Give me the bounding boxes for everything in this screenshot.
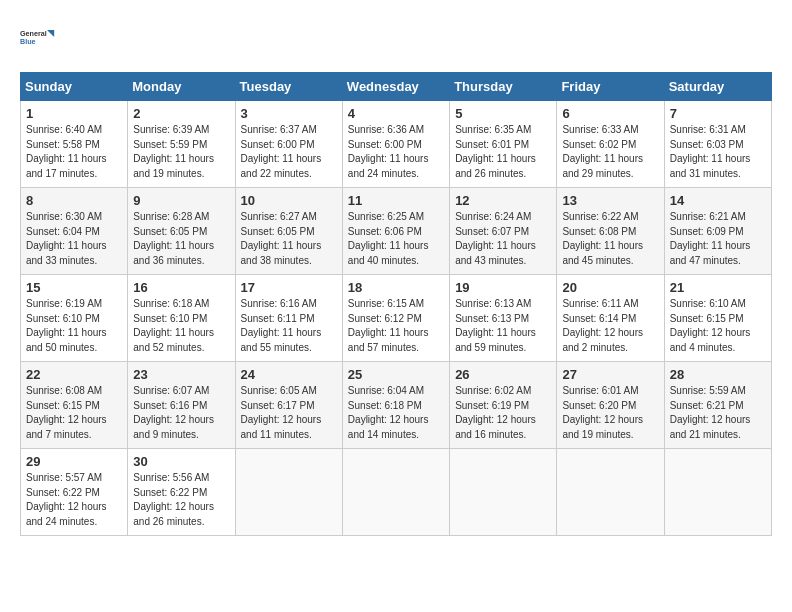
day-number: 10 bbox=[241, 193, 337, 208]
day-info: Sunrise: 6:21 AMSunset: 6:09 PMDaylight:… bbox=[670, 210, 766, 268]
day-number: 26 bbox=[455, 367, 551, 382]
day-number: 29 bbox=[26, 454, 122, 469]
calendar-day-cell: 15Sunrise: 6:19 AMSunset: 6:10 PMDayligh… bbox=[21, 275, 128, 362]
day-number: 21 bbox=[670, 280, 766, 295]
day-info: Sunrise: 6:08 AMSunset: 6:15 PMDaylight:… bbox=[26, 384, 122, 442]
day-number: 20 bbox=[562, 280, 658, 295]
calendar-day-cell: 8Sunrise: 6:30 AMSunset: 6:04 PMDaylight… bbox=[21, 188, 128, 275]
day-info: Sunrise: 6:18 AMSunset: 6:10 PMDaylight:… bbox=[133, 297, 229, 355]
calendar-day-cell bbox=[664, 449, 771, 536]
calendar-day-cell: 23Sunrise: 6:07 AMSunset: 6:16 PMDayligh… bbox=[128, 362, 235, 449]
calendar-week-row: 29Sunrise: 5:57 AMSunset: 6:22 PMDayligh… bbox=[21, 449, 772, 536]
day-info: Sunrise: 6:16 AMSunset: 6:11 PMDaylight:… bbox=[241, 297, 337, 355]
day-info: Sunrise: 6:35 AMSunset: 6:01 PMDaylight:… bbox=[455, 123, 551, 181]
day-number: 25 bbox=[348, 367, 444, 382]
calendar-day-cell: 22Sunrise: 6:08 AMSunset: 6:15 PMDayligh… bbox=[21, 362, 128, 449]
day-number: 9 bbox=[133, 193, 229, 208]
weekday-header: Wednesday bbox=[342, 73, 449, 101]
weekday-header: Tuesday bbox=[235, 73, 342, 101]
day-info: Sunrise: 6:01 AMSunset: 6:20 PMDaylight:… bbox=[562, 384, 658, 442]
day-number: 11 bbox=[348, 193, 444, 208]
calendar-day-cell: 19Sunrise: 6:13 AMSunset: 6:13 PMDayligh… bbox=[450, 275, 557, 362]
svg-text:General: General bbox=[20, 29, 47, 38]
day-number: 27 bbox=[562, 367, 658, 382]
calendar-day-cell: 4Sunrise: 6:36 AMSunset: 6:00 PMDaylight… bbox=[342, 101, 449, 188]
calendar-day-cell: 21Sunrise: 6:10 AMSunset: 6:15 PMDayligh… bbox=[664, 275, 771, 362]
svg-text:Blue: Blue bbox=[20, 37, 36, 46]
calendar-day-cell: 5Sunrise: 6:35 AMSunset: 6:01 PMDaylight… bbox=[450, 101, 557, 188]
calendar-header: SundayMondayTuesdayWednesdayThursdayFrid… bbox=[21, 73, 772, 101]
day-number: 23 bbox=[133, 367, 229, 382]
calendar-day-cell: 13Sunrise: 6:22 AMSunset: 6:08 PMDayligh… bbox=[557, 188, 664, 275]
day-info: Sunrise: 6:05 AMSunset: 6:17 PMDaylight:… bbox=[241, 384, 337, 442]
calendar-day-cell: 3Sunrise: 6:37 AMSunset: 6:00 PMDaylight… bbox=[235, 101, 342, 188]
calendar-day-cell bbox=[450, 449, 557, 536]
calendar-day-cell: 12Sunrise: 6:24 AMSunset: 6:07 PMDayligh… bbox=[450, 188, 557, 275]
weekday-header: Sunday bbox=[21, 73, 128, 101]
day-number: 3 bbox=[241, 106, 337, 121]
day-number: 28 bbox=[670, 367, 766, 382]
day-info: Sunrise: 6:37 AMSunset: 6:00 PMDaylight:… bbox=[241, 123, 337, 181]
day-number: 7 bbox=[670, 106, 766, 121]
calendar-week-row: 15Sunrise: 6:19 AMSunset: 6:10 PMDayligh… bbox=[21, 275, 772, 362]
calendar-week-row: 1Sunrise: 6:40 AMSunset: 5:58 PMDaylight… bbox=[21, 101, 772, 188]
weekday-header: Saturday bbox=[664, 73, 771, 101]
day-info: Sunrise: 6:27 AMSunset: 6:05 PMDaylight:… bbox=[241, 210, 337, 268]
calendar-day-cell: 20Sunrise: 6:11 AMSunset: 6:14 PMDayligh… bbox=[557, 275, 664, 362]
calendar-day-cell: 26Sunrise: 6:02 AMSunset: 6:19 PMDayligh… bbox=[450, 362, 557, 449]
day-info: Sunrise: 6:39 AMSunset: 5:59 PMDaylight:… bbox=[133, 123, 229, 181]
day-number: 12 bbox=[455, 193, 551, 208]
day-info: Sunrise: 5:56 AMSunset: 6:22 PMDaylight:… bbox=[133, 471, 229, 529]
day-number: 15 bbox=[26, 280, 122, 295]
logo: GeneralBlue bbox=[20, 20, 56, 56]
day-info: Sunrise: 6:25 AMSunset: 6:06 PMDaylight:… bbox=[348, 210, 444, 268]
weekday-header-row: SundayMondayTuesdayWednesdayThursdayFrid… bbox=[21, 73, 772, 101]
calendar-day-cell: 17Sunrise: 6:16 AMSunset: 6:11 PMDayligh… bbox=[235, 275, 342, 362]
calendar-table: SundayMondayTuesdayWednesdayThursdayFrid… bbox=[20, 72, 772, 536]
calendar-day-cell: 10Sunrise: 6:27 AMSunset: 6:05 PMDayligh… bbox=[235, 188, 342, 275]
calendar-day-cell: 6Sunrise: 6:33 AMSunset: 6:02 PMDaylight… bbox=[557, 101, 664, 188]
calendar-week-row: 22Sunrise: 6:08 AMSunset: 6:15 PMDayligh… bbox=[21, 362, 772, 449]
day-info: Sunrise: 6:24 AMSunset: 6:07 PMDaylight:… bbox=[455, 210, 551, 268]
calendar-day-cell bbox=[342, 449, 449, 536]
day-number: 1 bbox=[26, 106, 122, 121]
calendar-day-cell: 24Sunrise: 6:05 AMSunset: 6:17 PMDayligh… bbox=[235, 362, 342, 449]
svg-marker-2 bbox=[47, 30, 54, 37]
day-number: 30 bbox=[133, 454, 229, 469]
calendar-week-row: 8Sunrise: 6:30 AMSunset: 6:04 PMDaylight… bbox=[21, 188, 772, 275]
calendar-day-cell: 27Sunrise: 6:01 AMSunset: 6:20 PMDayligh… bbox=[557, 362, 664, 449]
day-info: Sunrise: 6:10 AMSunset: 6:15 PMDaylight:… bbox=[670, 297, 766, 355]
calendar-day-cell: 1Sunrise: 6:40 AMSunset: 5:58 PMDaylight… bbox=[21, 101, 128, 188]
day-number: 4 bbox=[348, 106, 444, 121]
day-number: 5 bbox=[455, 106, 551, 121]
day-info: Sunrise: 6:31 AMSunset: 6:03 PMDaylight:… bbox=[670, 123, 766, 181]
calendar-day-cell: 7Sunrise: 6:31 AMSunset: 6:03 PMDaylight… bbox=[664, 101, 771, 188]
day-info: Sunrise: 6:02 AMSunset: 6:19 PMDaylight:… bbox=[455, 384, 551, 442]
calendar-day-cell: 18Sunrise: 6:15 AMSunset: 6:12 PMDayligh… bbox=[342, 275, 449, 362]
day-info: Sunrise: 6:33 AMSunset: 6:02 PMDaylight:… bbox=[562, 123, 658, 181]
calendar-day-cell: 14Sunrise: 6:21 AMSunset: 6:09 PMDayligh… bbox=[664, 188, 771, 275]
calendar-day-cell: 16Sunrise: 6:18 AMSunset: 6:10 PMDayligh… bbox=[128, 275, 235, 362]
calendar-day-cell: 28Sunrise: 5:59 AMSunset: 6:21 PMDayligh… bbox=[664, 362, 771, 449]
weekday-header: Friday bbox=[557, 73, 664, 101]
day-info: Sunrise: 6:11 AMSunset: 6:14 PMDaylight:… bbox=[562, 297, 658, 355]
day-info: Sunrise: 5:59 AMSunset: 6:21 PMDaylight:… bbox=[670, 384, 766, 442]
logo-icon: GeneralBlue bbox=[20, 20, 56, 56]
weekday-header: Monday bbox=[128, 73, 235, 101]
calendar-day-cell: 2Sunrise: 6:39 AMSunset: 5:59 PMDaylight… bbox=[128, 101, 235, 188]
day-number: 24 bbox=[241, 367, 337, 382]
day-info: Sunrise: 6:15 AMSunset: 6:12 PMDaylight:… bbox=[348, 297, 444, 355]
weekday-header: Thursday bbox=[450, 73, 557, 101]
day-info: Sunrise: 6:22 AMSunset: 6:08 PMDaylight:… bbox=[562, 210, 658, 268]
day-number: 16 bbox=[133, 280, 229, 295]
calendar-day-cell: 29Sunrise: 5:57 AMSunset: 6:22 PMDayligh… bbox=[21, 449, 128, 536]
day-number: 8 bbox=[26, 193, 122, 208]
day-info: Sunrise: 6:13 AMSunset: 6:13 PMDaylight:… bbox=[455, 297, 551, 355]
day-number: 6 bbox=[562, 106, 658, 121]
day-number: 18 bbox=[348, 280, 444, 295]
calendar-day-cell: 11Sunrise: 6:25 AMSunset: 6:06 PMDayligh… bbox=[342, 188, 449, 275]
day-info: Sunrise: 6:36 AMSunset: 6:00 PMDaylight:… bbox=[348, 123, 444, 181]
day-number: 17 bbox=[241, 280, 337, 295]
calendar-day-cell: 9Sunrise: 6:28 AMSunset: 6:05 PMDaylight… bbox=[128, 188, 235, 275]
day-number: 14 bbox=[670, 193, 766, 208]
